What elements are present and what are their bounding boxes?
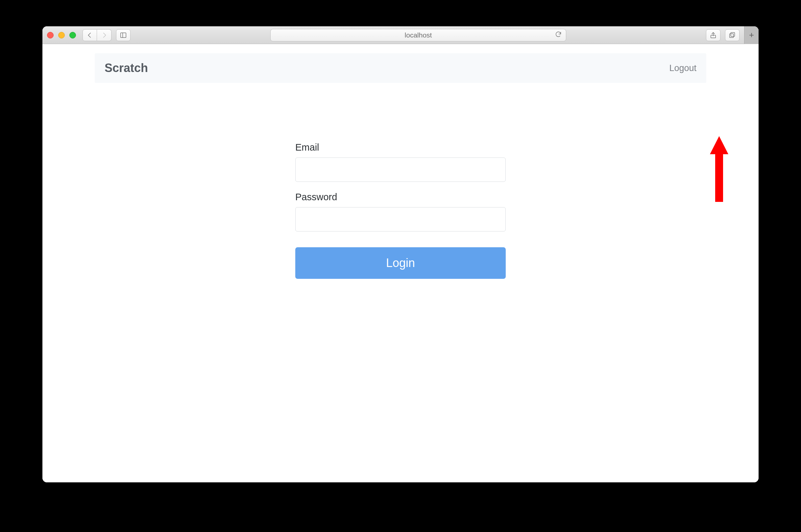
browser-window: localhost +: [42, 26, 759, 482]
chevron-right-icon: [101, 32, 108, 39]
share-icon: [710, 32, 717, 39]
window-controls: [47, 32, 76, 38]
sidebar-toggle-button[interactable]: [116, 29, 131, 41]
back-button[interactable]: [82, 29, 97, 41]
email-field[interactable]: [295, 157, 506, 182]
plus-icon: +: [749, 30, 754, 40]
login-form: Email Password Login: [295, 142, 506, 279]
forward-button[interactable]: [97, 29, 112, 41]
address-bar[interactable]: localhost: [270, 29, 566, 41]
svg-rect-4: [730, 34, 733, 37]
login-button[interactable]: Login: [295, 247, 506, 279]
svg-rect-0: [121, 33, 126, 37]
browser-toolbar: localhost +: [42, 26, 759, 44]
app-brand[interactable]: Scratch: [104, 61, 148, 75]
close-window-button[interactable]: [47, 32, 54, 38]
new-tab-button[interactable]: +: [744, 26, 759, 44]
address-text: localhost: [405, 31, 432, 39]
password-label: Password: [295, 192, 506, 203]
reload-icon: [555, 31, 562, 38]
chevron-left-icon: [86, 32, 93, 39]
svg-marker-5: [710, 136, 728, 202]
reload-button[interactable]: [555, 31, 562, 39]
tabs-button[interactable]: [725, 29, 740, 41]
nav-buttons: [82, 29, 112, 41]
svg-rect-3: [731, 32, 735, 36]
annotation-arrow: [709, 136, 729, 202]
logout-link[interactable]: Logout: [669, 63, 697, 73]
maximize-window-button[interactable]: [70, 32, 76, 38]
email-label: Email: [295, 142, 506, 153]
app-navbar: Scratch Logout: [95, 53, 706, 83]
tabs-icon: [729, 32, 736, 39]
minimize-window-button[interactable]: [58, 32, 65, 38]
sidebar-icon: [120, 32, 127, 39]
password-field[interactable]: [295, 207, 506, 231]
share-button[interactable]: [706, 29, 721, 41]
page-viewport: Scratch Logout Email Password Login: [42, 44, 759, 482]
